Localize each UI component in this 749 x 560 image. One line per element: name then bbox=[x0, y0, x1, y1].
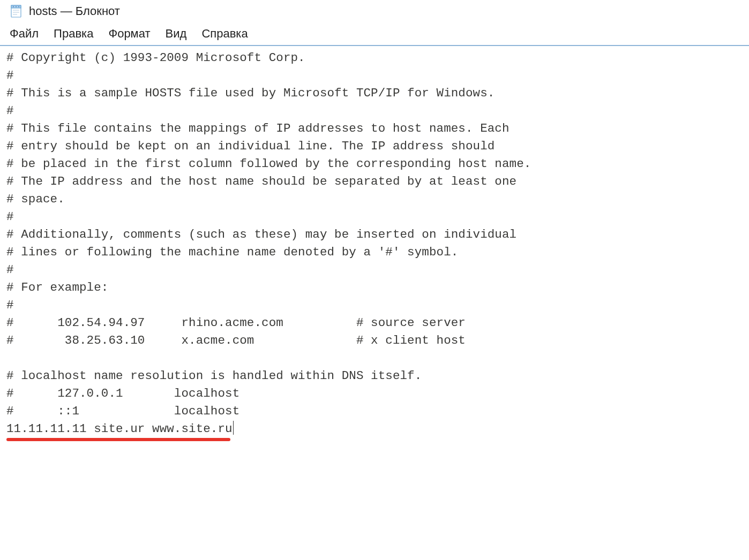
menu-help[interactable]: Справка bbox=[201, 27, 248, 41]
svg-point-4 bbox=[18, 6, 19, 7]
menu-file[interactable]: Файл bbox=[10, 27, 39, 41]
window-title: hosts — Блокнот bbox=[29, 4, 120, 18]
text-content[interactable]: # Copyright (c) 1993-2009 Microsoft Corp… bbox=[0, 49, 749, 473]
notepad-icon bbox=[10, 4, 24, 18]
editor-text: # Copyright (c) 1993-2009 Microsoft Corp… bbox=[6, 51, 531, 436]
menu-view[interactable]: Вид bbox=[166, 27, 187, 41]
menubar: Файл Правка Формат Вид Справка bbox=[0, 24, 749, 45]
editor-area[interactable]: # Copyright (c) 1993-2009 Microsoft Corp… bbox=[0, 45, 749, 473]
menu-format[interactable]: Формат bbox=[108, 27, 150, 41]
svg-point-2 bbox=[13, 6, 14, 7]
text-caret bbox=[233, 421, 234, 435]
svg-point-3 bbox=[16, 6, 17, 7]
titlebar: hosts — Блокнот bbox=[0, 0, 749, 24]
menu-edit[interactable]: Правка bbox=[54, 27, 93, 41]
annotation-underline bbox=[6, 438, 230, 441]
